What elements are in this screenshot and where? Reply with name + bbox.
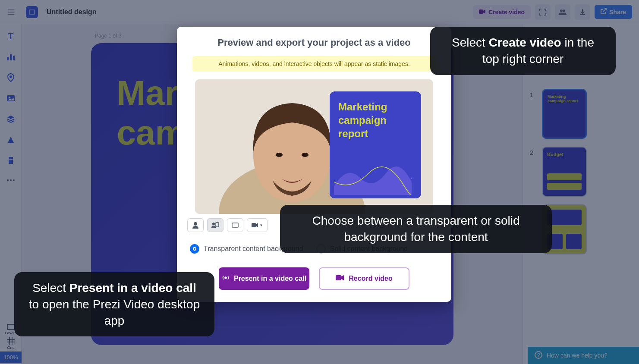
video-camera-icon (336, 275, 344, 282)
chevron-down-icon: ▼ (260, 223, 263, 227)
record-label: Record video (349, 275, 392, 282)
svg-point-30 (194, 222, 197, 226)
layout-overlay[interactable] (207, 218, 223, 232)
annotation-present-call: Select Present in a video call to open t… (14, 272, 214, 336)
modal-title: Preview and export your project as a vid… (217, 37, 411, 48)
video-preview: Marketing campaign report (195, 79, 433, 214)
svg-point-35 (225, 277, 227, 279)
layout-camera-dropdown[interactable]: ▼ (247, 218, 268, 232)
annotation-background-choice: Choose between a transparent or solid ba… (280, 205, 552, 253)
preview-card-title: Marketing campaign report (338, 100, 412, 141)
modal-actions: Present in a video call Record video (219, 267, 409, 290)
svg-rect-34 (252, 223, 256, 227)
record-video-button[interactable]: Record video (319, 267, 409, 290)
svg-point-29 (302, 153, 308, 157)
present-label: Present in a video call (234, 275, 306, 282)
svg-point-28 (276, 153, 283, 157)
export-video-modal: Preview and export your project as a vid… (177, 27, 451, 302)
svg-rect-32 (216, 223, 219, 227)
modal-warning-banner: Animations, videos, and interactive obje… (192, 56, 436, 72)
svg-rect-36 (336, 275, 341, 280)
annotation-create-video: Select Create video in the top right cor… (430, 27, 616, 75)
svg-rect-33 (232, 223, 238, 227)
layout-mode-bar: ▼ (187, 218, 268, 232)
present-in-video-call-button[interactable]: Present in a video call (219, 267, 309, 290)
layout-content-only[interactable] (227, 218, 243, 232)
svg-point-31 (212, 223, 215, 225)
radio-circle-icon (190, 244, 199, 254)
preview-content-card: Marketing campaign report (330, 91, 421, 198)
layout-person-only[interactable] (187, 218, 204, 232)
broadcast-icon (222, 274, 230, 283)
